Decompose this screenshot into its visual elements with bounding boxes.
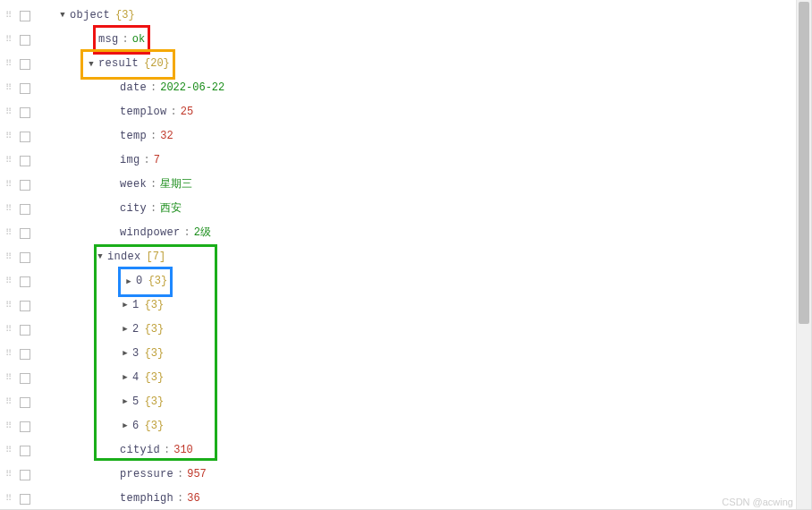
row-gutter: ⠿	[0, 124, 39, 149]
node-index-6[interactable]: ⠿ ▶6{3}	[0, 414, 811, 438]
drag-handle-icon[interactable]: ⠿	[5, 28, 16, 52]
drag-handle-icon[interactable]: ⠿	[5, 366, 16, 390]
node-index-4[interactable]: ⠿ ▶4{3}	[0, 366, 811, 390]
row-checkbox[interactable]	[20, 228, 30, 239]
node-index-5[interactable]: ⠿ ▶5{3}	[0, 390, 811, 414]
row-gutter: ⠿	[0, 149, 39, 173]
drag-handle-icon[interactable]: ⠿	[5, 463, 16, 487]
count-label: {3}	[145, 342, 165, 366]
key-label: object	[70, 4, 110, 28]
row-checkbox[interactable]	[20, 373, 30, 384]
row-checkbox[interactable]	[20, 470, 30, 480]
node-pressure[interactable]: ⠿ pressure:957	[0, 463, 811, 487]
colon: :	[184, 221, 190, 245]
toggle-icon[interactable]: ▶	[123, 270, 134, 294]
row-content: ▶3{3}	[39, 342, 164, 366]
row-content: temp:32	[39, 124, 173, 149]
row-content: ▶4{3}	[39, 366, 164, 390]
toggle-icon[interactable]: ▶	[120, 293, 131, 318]
drag-handle-icon[interactable]: ⠿	[5, 414, 16, 438]
drag-handle-icon[interactable]: ⠿	[5, 487, 16, 510]
toggle-icon[interactable]: ▶	[120, 390, 131, 414]
toggle-icon[interactable]: ▼	[86, 53, 97, 77]
node-date[interactable]: ⠿ date:2022-06-22	[0, 76, 811, 100]
drag-handle-icon[interactable]: ⠿	[5, 293, 16, 318]
drag-handle-icon[interactable]: ⠿	[5, 52, 16, 76]
drag-handle-icon[interactable]: ⠿	[5, 124, 16, 149]
node-templow[interactable]: ⠿ templow:25	[0, 100, 811, 124]
count-label: {3}	[145, 414, 165, 438]
node-result[interactable]: ⠿ ▼result{20}	[0, 52, 811, 76]
row-checkbox[interactable]	[20, 59, 30, 70]
row-gutter: ⠿	[0, 173, 39, 197]
toggle-icon[interactable]: ▶	[120, 342, 131, 366]
drag-handle-icon[interactable]: ⠿	[5, 221, 16, 245]
count-label: {3}	[145, 318, 165, 342]
row-checkbox[interactable]	[20, 35, 30, 46]
row-checkbox[interactable]	[20, 204, 30, 215]
colon: :	[171, 100, 177, 124]
scrollbar-vertical[interactable]	[796, 0, 811, 509]
row-gutter: ⠿	[0, 221, 39, 245]
node-windpower[interactable]: ⠿ windpower:2级	[0, 221, 811, 245]
drag-handle-icon[interactable]: ⠿	[5, 318, 16, 342]
row-checkbox[interactable]	[20, 349, 30, 360]
row-gutter: ⠿	[0, 463, 39, 487]
node-temp[interactable]: ⠿ temp:32	[0, 124, 811, 149]
row-checkbox[interactable]	[20, 180, 30, 191]
node-img[interactable]: ⠿ img:7	[0, 149, 811, 173]
node-week[interactable]: ⠿ week:星期三	[0, 173, 811, 197]
node-index-3[interactable]: ⠿ ▶3{3}	[0, 342, 811, 366]
row-checkbox[interactable]	[20, 494, 30, 505]
row-checkbox[interactable]	[20, 397, 30, 408]
row-checkbox[interactable]	[20, 107, 30, 118]
row-checkbox[interactable]	[20, 446, 30, 456]
node-msg[interactable]: ⠿ msg:ok	[0, 28, 811, 52]
scrollbar-thumb[interactable]	[799, 2, 809, 324]
toggle-icon[interactable]: ▶	[120, 318, 131, 342]
node-cityid[interactable]: ⠿ cityid:310	[0, 438, 811, 463]
drag-handle-icon[interactable]: ⠿	[5, 100, 16, 124]
row-content: ▼object{3}	[39, 4, 135, 28]
row-checkbox[interactable]	[20, 156, 30, 166]
drag-handle-icon[interactable]: ⠿	[5, 173, 16, 197]
count-label: {3}	[145, 390, 165, 414]
row-checkbox[interactable]	[20, 252, 30, 263]
drag-handle-icon[interactable]: ⠿	[5, 438, 16, 463]
colon: :	[150, 173, 156, 197]
drag-handle-icon[interactable]: ⠿	[5, 390, 16, 414]
toggle-icon[interactable]: ▶	[120, 366, 131, 390]
drag-handle-icon[interactable]: ⠿	[5, 269, 16, 293]
node-index[interactable]: ⠿ ▼index[7]	[0, 245, 811, 269]
node-object-root[interactable]: ⠿ ▼object{3}	[0, 4, 811, 28]
node-city[interactable]: ⠿ city:西安	[0, 197, 811, 221]
row-checkbox[interactable]	[20, 421, 30, 432]
row-gutter: ⠿	[0, 76, 39, 100]
node-index-0[interactable]: ⠿ ▶0{3}	[0, 269, 811, 293]
drag-handle-icon[interactable]: ⠿	[5, 342, 16, 366]
row-checkbox[interactable]	[20, 301, 30, 311]
key-label: img	[120, 149, 140, 173]
row-checkbox[interactable]	[20, 132, 30, 142]
row-checkbox[interactable]	[20, 11, 30, 21]
node-index-1[interactable]: ⠿ ▶1{3}	[0, 293, 811, 318]
count-label: {3}	[115, 4, 135, 28]
row-checkbox[interactable]	[20, 276, 30, 287]
drag-handle-icon[interactable]: ⠿	[5, 197, 16, 221]
toggle-icon[interactable]: ▶	[120, 414, 131, 438]
drag-handle-icon[interactable]: ⠿	[5, 245, 16, 269]
row-content: city:西安	[39, 197, 182, 221]
node-index-2[interactable]: ⠿ ▶2{3}	[0, 318, 811, 342]
toggle-icon[interactable]: ▼	[57, 4, 68, 28]
node-temphigh[interactable]: ⠿ temphigh:36	[0, 487, 811, 510]
drag-handle-icon[interactable]: ⠿	[5, 76, 16, 100]
row-content: ▶6{3}	[39, 414, 164, 438]
row-checkbox[interactable]	[20, 83, 30, 94]
key-label: 0	[136, 275, 143, 287]
toggle-icon[interactable]: ▼	[95, 245, 106, 269]
drag-handle-icon[interactable]: ⠿	[5, 149, 16, 173]
tree-root: ⠿ ▼object{3} ⠿ msg:ok ⠿ ▼result{20} ⠿ da…	[0, 0, 811, 510]
drag-handle-icon[interactable]: ⠿	[5, 4, 16, 28]
value-label: 西安	[160, 197, 182, 221]
row-checkbox[interactable]	[20, 325, 30, 336]
